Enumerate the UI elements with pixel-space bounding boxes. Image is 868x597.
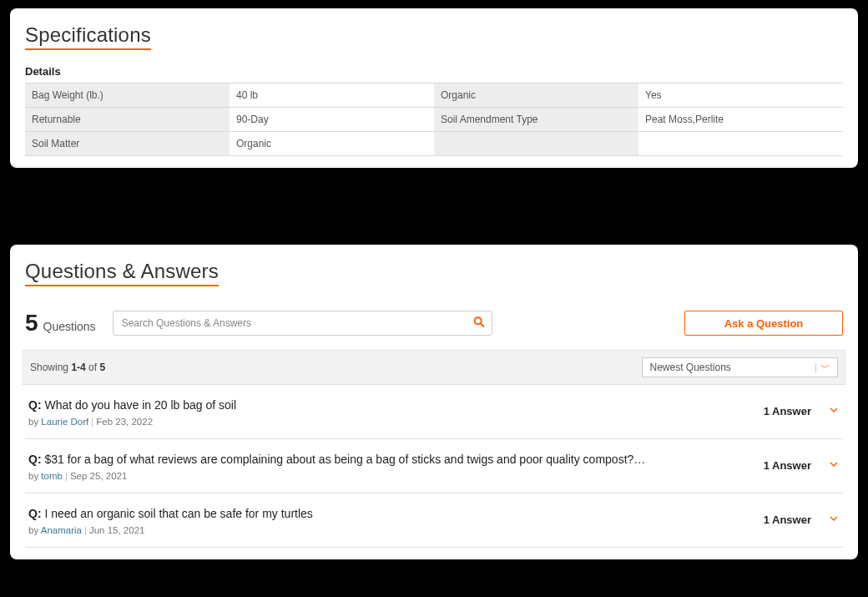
question-item[interactable]: Q: $31 for a bag of what reviews are com… (25, 439, 843, 493)
question-text-value: $31 for a bag of what reviews are compla… (42, 453, 646, 466)
question-right: 1 Answer (764, 458, 840, 473)
spec-value: 90-Day (230, 108, 434, 132)
spec-value-empty (638, 132, 843, 156)
qa-title: Questions & Answers (25, 260, 219, 286)
question-text: Q: I need an organic soil that can be sa… (28, 507, 747, 520)
ask-question-button[interactable]: Ask a Question (684, 311, 843, 336)
spec-value: Organic (230, 132, 434, 156)
questions-answers-card: Questions & Answers 5 Questions Ask a Qu… (10, 245, 858, 559)
question-right: 1 Answer (764, 512, 840, 527)
spec-key-empty (434, 132, 638, 156)
showing-total: 5 (99, 362, 105, 373)
specifications-card: Specifications Details Bag Weight (lb.) … (10, 8, 858, 168)
spec-key: Soil Amendment Type (434, 108, 638, 132)
answer-count: 1 Answer (764, 514, 811, 526)
question-author[interactable]: Laurie Dorf (41, 417, 88, 427)
showing-text: Showing 1-4 of 5 (30, 362, 105, 373)
spec-key: Organic (434, 83, 638, 108)
question-prefix: Q: (28, 453, 42, 466)
showing-mid: of (86, 362, 100, 373)
qa-header: 5 Questions Ask a Question (25, 310, 843, 336)
question-text-value: What do you have in 20 lb bag of soil (42, 398, 236, 412)
showing-range: 1-4 (71, 362, 85, 373)
sort-dropdown[interactable]: Newest Questions |﹀ (642, 357, 838, 377)
question-prefix: Q: (28, 398, 42, 412)
question-date: Jun 15, 2021 (89, 525, 145, 535)
question-author[interactable]: Anamaria (41, 525, 82, 535)
by-label: by (28, 525, 38, 535)
by-label: by (28, 471, 38, 481)
question-body: Q: I need an organic soil that can be sa… (28, 507, 764, 535)
question-right: 1 Answer (764, 403, 840, 418)
table-row: Soil Matter Organic (25, 132, 843, 156)
question-author[interactable]: tomb (41, 471, 63, 481)
question-item[interactable]: Q: I need an organic soil that can be sa… (25, 493, 843, 548)
specifications-table: Bag Weight (lb.) 40 lb Organic Yes Retur… (25, 83, 843, 156)
question-body: Q: What do you have in 20 lb bag of soil… (28, 398, 764, 427)
question-text: Q: $31 for a bag of what reviews are com… (28, 453, 747, 466)
chevron-down-icon: |﹀ (815, 361, 830, 375)
question-text-value: I need an organic soil that can be safe … (42, 507, 313, 520)
spec-value: 40 lb (230, 83, 434, 108)
question-count-label: Questions (43, 320, 96, 333)
search-wrap (113, 311, 492, 336)
question-prefix: Q: (28, 507, 42, 520)
chevron-down-icon[interactable] (828, 403, 840, 418)
question-date: Sep 25, 2021 (70, 471, 127, 481)
by-label: by (28, 417, 38, 427)
answer-count: 1 Answer (764, 459, 811, 472)
search-input[interactable] (113, 311, 492, 336)
answer-count: 1 Answer (764, 405, 811, 417)
question-body: Q: $31 for a bag of what reviews are com… (28, 453, 764, 481)
sort-label: Newest Questions (649, 362, 730, 373)
question-item[interactable]: Q: What do you have in 20 lb bag of soil… (25, 385, 843, 439)
question-count-number: 5 (25, 310, 38, 336)
question-meta: by Laurie Dorf|Feb 23, 2022 (28, 417, 747, 427)
table-row: Bag Weight (lb.) 40 lb Organic Yes (25, 83, 843, 108)
spec-value: Yes (638, 83, 843, 108)
question-meta: by tomb|Sep 25, 2021 (28, 471, 747, 481)
chevron-down-icon[interactable] (828, 458, 840, 473)
spec-value: Peat Moss,Perlite (638, 108, 843, 132)
details-heading: Details (25, 65, 843, 78)
question-meta: by Anamaria|Jun 15, 2021 (28, 525, 747, 535)
question-count: 5 Questions (25, 310, 96, 336)
chevron-down-icon[interactable] (828, 512, 840, 527)
question-date: Feb 23, 2022 (96, 417, 153, 427)
spec-key: Returnable (25, 108, 230, 132)
specifications-title: Specifications (25, 23, 151, 50)
filter-bar: Showing 1-4 of 5 Newest Questions |﹀ (22, 350, 846, 385)
question-text: Q: What do you have in 20 lb bag of soil (28, 398, 747, 412)
table-row: Returnable 90-Day Soil Amendment Type Pe… (25, 108, 843, 132)
spec-key: Bag Weight (lb.) (25, 83, 230, 108)
spec-key: Soil Matter (25, 132, 230, 156)
showing-prefix: Showing (30, 362, 71, 373)
